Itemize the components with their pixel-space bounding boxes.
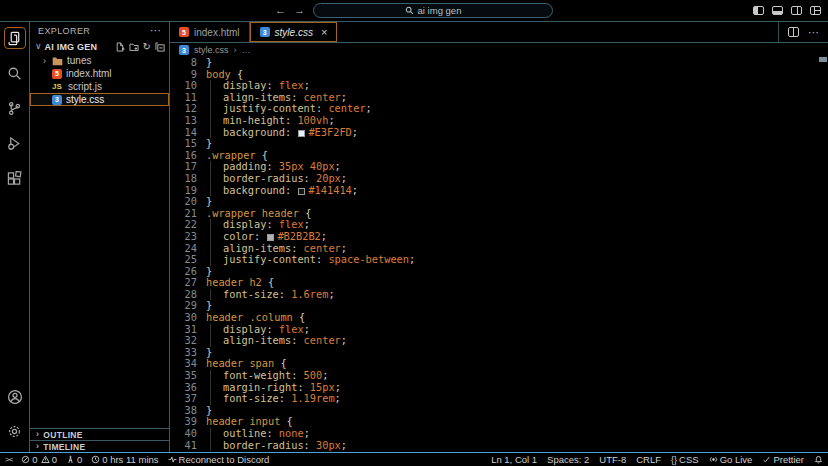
status-bar-right: Ln 1, Col 1Spaces: 2UTF-8CRLF{}CSSGo Liv… xyxy=(491,454,823,465)
line-number-gutter[interactable]: 8910111213141516171819202122232425262728… xyxy=(170,57,206,452)
line-number[interactable]: 40 xyxy=(170,428,206,440)
new-folder-icon[interactable] xyxy=(129,42,139,52)
file-item-style.css[interactable]: 3style.css xyxy=(30,93,169,106)
file-item-index.html[interactable]: 5index.html xyxy=(30,67,169,80)
code-line[interactable]: border-radius: 20px; xyxy=(206,173,828,185)
close-icon[interactable]: × xyxy=(321,27,327,38)
status-indentation[interactable]: Spaces: 2 xyxy=(547,454,589,465)
code-token: ; xyxy=(304,323,310,335)
breadcrumb-more[interactable]: … xyxy=(242,45,251,55)
pulse-icon xyxy=(168,455,177,464)
code-line[interactable]: } xyxy=(206,57,828,69)
tab-style.css[interactable]: 3style.css× xyxy=(250,22,338,42)
source-control-icon[interactable] xyxy=(4,97,26,119)
split-editor-icon[interactable] xyxy=(788,27,799,37)
code-token: 1.19rem xyxy=(291,392,334,404)
nav-forward-icon[interactable]: → xyxy=(294,5,305,16)
code-line[interactable]: align-items: center; xyxy=(206,335,828,347)
status-discord[interactable]: Reconnect to Discord xyxy=(168,454,270,465)
toggle-primary-sidebar-icon[interactable] xyxy=(753,6,764,15)
code-line[interactable]: background: #E3F2FD; xyxy=(206,127,828,139)
status-eol[interactable]: CRLF xyxy=(636,454,661,465)
color-swatch[interactable] xyxy=(267,234,274,241)
code-token: ; xyxy=(409,253,415,265)
code-token: header .column xyxy=(206,311,299,323)
code-line[interactable]: } xyxy=(206,138,828,150)
color-swatch[interactable] xyxy=(298,188,305,195)
radio-tower-icon xyxy=(66,455,75,464)
toggle-panel-icon[interactable] xyxy=(772,6,783,15)
code-line[interactable]: } xyxy=(206,347,828,359)
line-number[interactable]: 15 xyxy=(170,138,206,150)
tab-bar: 5index.html3style.css× ⋯ xyxy=(170,22,828,43)
new-file-icon[interactable] xyxy=(115,42,125,52)
code-token: : xyxy=(266,160,278,172)
code-token: justify-content xyxy=(223,253,316,265)
status-notifications[interactable] xyxy=(814,455,823,464)
collapse-all-icon[interactable] xyxy=(155,42,165,52)
indent-guide xyxy=(210,324,223,336)
code-line[interactable]: border-radius: 30px; xyxy=(206,440,828,452)
code-line[interactable]: justify-content: space-between; xyxy=(206,254,828,266)
run-debug-icon[interactable] xyxy=(4,132,26,154)
account-icon[interactable] xyxy=(4,386,26,408)
explorer-view-icon[interactable] xyxy=(4,27,26,49)
code-line[interactable]: font-size: 1.19rem; xyxy=(206,393,828,405)
status-encoding[interactable]: UTF-8 xyxy=(599,454,626,465)
chevron-right-icon: › xyxy=(36,430,39,439)
scrollbar-thumb[interactable] xyxy=(819,57,827,62)
check-icon xyxy=(762,455,771,464)
line-number[interactable]: 13 xyxy=(170,115,206,127)
color-swatch[interactable] xyxy=(298,130,305,137)
status-go-live[interactable]: Go Live xyxy=(709,454,753,465)
extensions-icon[interactable] xyxy=(4,167,26,189)
code-line[interactable]: min-height: 100vh; xyxy=(206,115,828,127)
code-line[interactable]: font-size: 1.6rem; xyxy=(206,289,828,301)
code-line[interactable]: background: #141414; xyxy=(206,185,828,197)
line-number[interactable]: 25 xyxy=(170,254,206,266)
refresh-icon[interactable]: ↻ xyxy=(143,42,151,52)
workspace-section-header[interactable]: ∨ AI IMG GEN ↻ xyxy=(30,39,169,54)
breadcrumb-file[interactable]: style.css xyxy=(194,45,229,55)
line-number[interactable]: 8 xyxy=(170,57,206,69)
status-remote-indicator[interactable]: >< xyxy=(5,455,12,464)
code-token: : xyxy=(291,91,303,103)
command-center-search[interactable]: ai img gen xyxy=(313,3,553,18)
code-editor[interactable]: 8910111213141516171819202122232425262728… xyxy=(170,57,828,452)
code-token: display xyxy=(223,79,266,91)
search-view-icon[interactable] xyxy=(4,62,26,84)
code-line[interactable]: } xyxy=(206,266,828,278)
code-content[interactable]: }body {display: flex;align-items: center… xyxy=(206,57,828,452)
code-line[interactable]: } xyxy=(206,451,828,452)
status-wakatime[interactable]: 0 hrs 11 mins xyxy=(91,454,158,465)
settings-gear-icon[interactable] xyxy=(4,420,26,442)
line-number[interactable]: 30 xyxy=(170,312,206,324)
line-number[interactable]: 35 xyxy=(170,370,206,382)
toggle-secondary-sidebar-icon[interactable] xyxy=(791,6,802,15)
status-language-mode[interactable]: {}CSS xyxy=(671,454,699,465)
nav-back-icon[interactable]: ← xyxy=(275,5,286,16)
folder-item-tunes[interactable]: ›tunes xyxy=(30,54,169,67)
line-number[interactable]: 42 xyxy=(170,451,206,452)
outline-section[interactable]: › OUTLINE xyxy=(30,428,169,440)
editor-more-actions-icon[interactable]: ⋯ xyxy=(808,27,819,38)
status-prettier[interactable]: Prettier xyxy=(762,454,804,465)
code-token: } xyxy=(206,404,212,416)
code-token: align-items xyxy=(223,334,291,346)
code-line[interactable]: } xyxy=(206,405,828,417)
tab-index.html[interactable]: 5index.html xyxy=(170,22,250,42)
timeline-section[interactable]: › TIMELINE xyxy=(30,440,169,452)
customize-layout-icon[interactable] xyxy=(810,6,821,15)
line-number[interactable]: 20 xyxy=(170,196,206,208)
status-cursor-position[interactable]: Ln 1, Col 1 xyxy=(491,454,537,465)
views-more-actions-icon[interactable]: ⋯ xyxy=(150,25,161,36)
breadcrumb[interactable]: 3 style.css › … xyxy=(170,43,828,57)
file-item-script.js[interactable]: JSscript.js xyxy=(30,80,169,93)
code-token: : xyxy=(266,79,278,91)
line-number[interactable]: 23 xyxy=(170,231,206,243)
status-problems[interactable]: 00 xyxy=(21,454,57,465)
code-token: ; xyxy=(335,160,341,172)
tabs: 5index.html3style.css× xyxy=(170,22,337,42)
status-ports[interactable]: 0 xyxy=(66,454,82,465)
line-number[interactable]: 18 xyxy=(170,173,206,185)
